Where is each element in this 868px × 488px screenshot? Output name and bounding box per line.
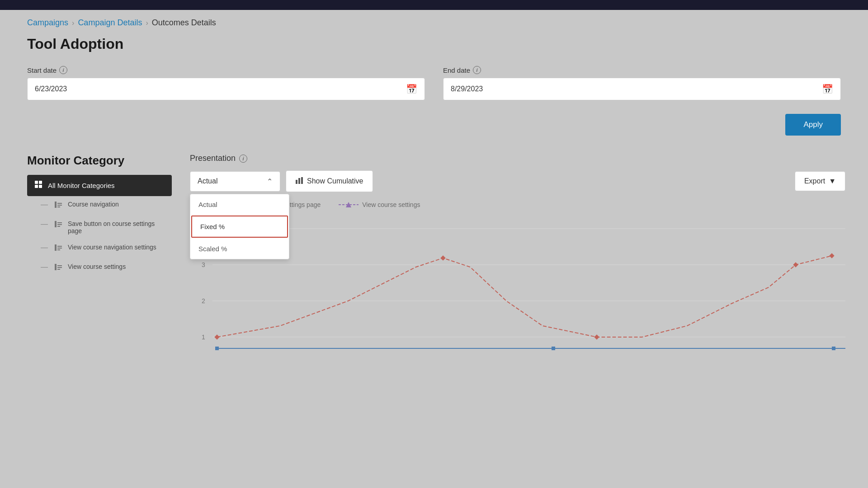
end-date-info-icon[interactable]: i xyxy=(473,66,481,74)
presentation-info-icon[interactable]: i xyxy=(239,155,247,163)
presentation-dropdown[interactable]: Actual ⌃ xyxy=(190,171,280,192)
start-date-field: Start date i 6/23/2023 📅 xyxy=(27,66,425,100)
apply-row: Apply xyxy=(27,114,841,136)
sidebar-item-all-categories[interactable]: All Monitor Categories xyxy=(27,175,172,196)
sidebar-view-course-settings-label: View course settings xyxy=(68,263,126,270)
svg-rect-4 xyxy=(55,202,57,208)
end-date-input[interactable]: 8/29/2023 📅 xyxy=(443,78,841,100)
svg-rect-9 xyxy=(57,222,62,223)
svg-text:1: 1 xyxy=(202,333,205,341)
sidebar-item-view-course-settings[interactable]: — View course settings xyxy=(27,258,172,278)
svg-rect-14 xyxy=(57,248,62,249)
presentation-dropdown-menu: Actual Fixed % Scaled % xyxy=(190,194,289,259)
sidebar-view-nav-settings-icon xyxy=(54,244,62,254)
svg-rect-17 xyxy=(57,265,62,266)
show-cumulative-label: Show Cumulative xyxy=(307,177,363,185)
svg-rect-10 xyxy=(57,224,62,225)
svg-rect-16 xyxy=(55,264,57,270)
svg-text:2: 2 xyxy=(202,297,205,305)
sidebar-dash-4: — xyxy=(41,263,48,271)
svg-rect-41 xyxy=(215,347,219,350)
top-bar xyxy=(0,0,868,10)
sidebar-course-nav-icon xyxy=(54,201,62,211)
sidebar-title: Monitor Category xyxy=(27,154,172,168)
svg-rect-0 xyxy=(35,181,38,184)
svg-rect-13 xyxy=(57,246,62,247)
export-button[interactable]: Export ▼ xyxy=(795,171,845,191)
end-date-calendar-icon[interactable]: 📅 xyxy=(822,84,833,94)
dropdown-chevron-icon: ⌃ xyxy=(267,177,273,186)
svg-rect-21 xyxy=(298,178,300,184)
bar-chart-icon xyxy=(295,176,303,186)
main-content: Tool Adoption Start date i 6/23/2023 📅 E… xyxy=(0,36,868,364)
show-cumulative-button[interactable]: Show Cumulative xyxy=(286,170,373,192)
breadcrumb-sep-2: › xyxy=(146,19,148,27)
presentation-dropdown-wrapper: Actual ⌃ Actual Fixed % Scaled % xyxy=(190,171,280,192)
svg-rect-15 xyxy=(57,249,60,250)
sidebar-all-icon xyxy=(34,180,42,191)
svg-text:3: 3 xyxy=(202,261,205,268)
svg-rect-20 xyxy=(296,180,297,184)
sidebar-view-nav-settings-label: View course navigation settings xyxy=(68,244,156,251)
svg-rect-38 xyxy=(594,334,599,339)
dropdown-option-actual[interactable]: Actual xyxy=(190,194,289,215)
svg-rect-39 xyxy=(829,253,834,258)
svg-rect-2 xyxy=(35,185,38,188)
sidebar-view-course-settings-icon xyxy=(54,263,62,273)
page-title: Tool Adoption xyxy=(27,36,841,52)
dropdown-option-scaled-pct[interactable]: Scaled % xyxy=(190,239,289,259)
svg-rect-8 xyxy=(55,221,57,227)
sidebar-item-view-course-nav-settings[interactable]: — View course navigation settings xyxy=(27,239,172,258)
end-date-field: End date i 8/29/2023 📅 xyxy=(443,66,841,100)
date-row: Start date i 6/23/2023 📅 End date i 8/29… xyxy=(27,66,841,100)
legend-purple-label: View course settings xyxy=(362,201,420,208)
breadcrumb: Campaigns › Campaign Details › Outcomes … xyxy=(0,10,868,36)
svg-rect-11 xyxy=(57,226,60,227)
end-date-value: 8/29/2023 xyxy=(451,85,822,93)
export-label: Export xyxy=(804,177,825,185)
legend-item-purple: View course settings xyxy=(339,201,420,208)
svg-rect-3 xyxy=(39,185,42,188)
apply-button[interactable]: Apply xyxy=(785,114,841,136)
svg-rect-6 xyxy=(57,205,62,206)
sidebar-dash-2: — xyxy=(41,220,48,228)
sidebar-item-save-button[interactable]: — Save button on course settings page xyxy=(27,216,172,239)
svg-rect-19 xyxy=(57,269,60,270)
controls-row: Actual ⌃ Actual Fixed % Scaled % xyxy=(190,170,845,192)
sidebar-item-course-navigation[interactable]: — Course navigation xyxy=(27,196,172,216)
chart-area: Presentation i Actual ⌃ Actual Fixed % S… xyxy=(172,154,845,364)
start-date-input[interactable]: 6/23/2023 📅 xyxy=(27,78,425,100)
sidebar-all-label: All Monitor Categories xyxy=(48,182,115,189)
presentation-label: Presentation i xyxy=(190,154,845,163)
start-date-info-icon[interactable]: i xyxy=(59,66,67,74)
end-date-label: End date i xyxy=(443,66,841,74)
svg-rect-12 xyxy=(55,244,57,251)
start-date-label: Start date i xyxy=(27,66,425,74)
breadcrumb-sep-1: › xyxy=(72,19,74,27)
svg-rect-42 xyxy=(832,347,835,350)
sidebar-save-icon xyxy=(54,220,62,230)
sidebar-save-label: Save button on course settings page xyxy=(68,220,165,235)
sidebar-course-nav-label: Course navigation xyxy=(68,201,119,208)
presentation-label-text: Presentation xyxy=(190,154,236,163)
svg-rect-7 xyxy=(57,206,60,207)
export-chevron-icon: ▼ xyxy=(829,177,836,185)
breadcrumb-campaigns[interactable]: Campaigns xyxy=(27,18,68,28)
svg-rect-5 xyxy=(57,203,62,204)
start-date-value: 6/23/2023 xyxy=(35,85,406,93)
breadcrumb-outcomes-details: Outcomes Details xyxy=(152,18,216,28)
two-col-layout: Monitor Category All Monitor Categories … xyxy=(27,154,841,364)
svg-rect-18 xyxy=(57,267,62,268)
svg-rect-1 xyxy=(39,181,42,184)
breadcrumb-campaign-details[interactable]: Campaign Details xyxy=(78,18,142,28)
sidebar-dash-1: — xyxy=(41,201,48,209)
svg-rect-36 xyxy=(793,262,798,267)
svg-rect-37 xyxy=(214,334,219,339)
svg-rect-35 xyxy=(440,255,445,260)
end-date-label-text: End date xyxy=(443,66,470,74)
dropdown-selected-value: Actual xyxy=(198,177,217,185)
start-date-calendar-icon[interactable]: 📅 xyxy=(406,84,417,94)
dropdown-option-fixed-pct[interactable]: Fixed % xyxy=(191,216,288,238)
start-date-label-text: Start date xyxy=(27,66,57,74)
sidebar-dash-3: — xyxy=(41,244,48,252)
